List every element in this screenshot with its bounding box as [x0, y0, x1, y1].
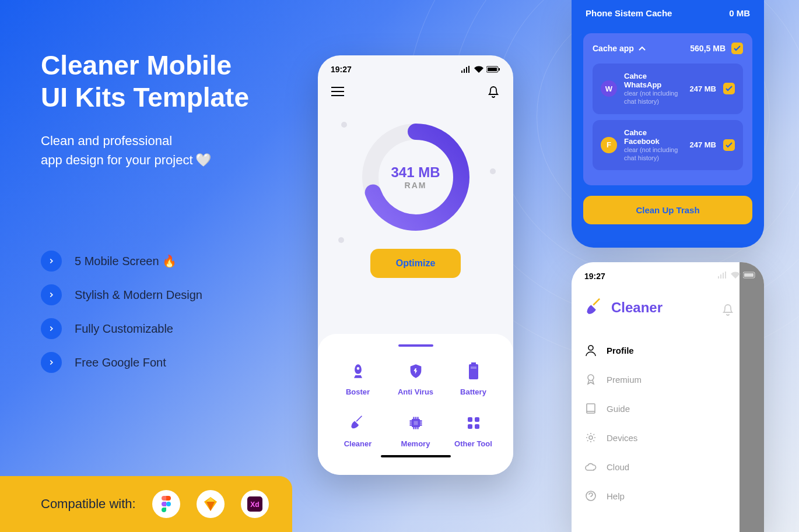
svg-rect-21 — [744, 273, 754, 277]
svg-rect-4 — [488, 68, 497, 71]
tool-other[interactable]: Other Tool — [447, 413, 499, 448]
cache-size: 0 MB — [729, 8, 750, 18]
menu-item-cloud[interactable]: Cloud — [584, 452, 727, 481]
svg-text:Xd: Xd — [250, 501, 259, 509]
checkbox-icon[interactable] — [723, 83, 735, 94]
feature-label: Free Google Font — [75, 356, 166, 369]
cache-app-header[interactable]: Cache app 560,5 MB — [593, 43, 743, 54]
cache-item-name: Cahce Facebook — [624, 128, 682, 146]
cache-item-desc: clear (not including chat history) — [624, 89, 682, 106]
brand-logo: Cleaner — [572, 286, 740, 330]
phone-cache-screen: Phone Sistem Cache 0 MB Cache app 560,5 … — [572, 0, 764, 248]
tools-panel: Boster Anti Virus Battery Cleaner Memory… — [318, 334, 513, 475]
chip-icon — [405, 413, 426, 434]
status-time: 19:27 — [584, 272, 605, 281]
bell-icon[interactable] — [722, 303, 734, 318]
chevron-right-icon — [41, 251, 62, 272]
tool-label: Other Tool — [454, 439, 492, 448]
tool-boster[interactable]: Boster — [332, 361, 384, 396]
svg-point-26 — [589, 436, 593, 439]
feature-label: 5 Mobile Screen 🔥 — [75, 254, 177, 268]
hero-title: Cleaner MobileUI Kits Template — [41, 50, 249, 114]
grid-icon — [463, 413, 484, 434]
menu-item-help[interactable]: Help — [584, 481, 727, 510]
menu-item-profile[interactable]: Profile — [584, 336, 727, 365]
optimize-button[interactable]: Optimize — [370, 249, 461, 278]
menu-label: Devices — [607, 433, 637, 443]
feature-item: Fully Customizable — [41, 318, 202, 339]
cache-app-label: Cache app — [593, 44, 634, 53]
checkbox-icon[interactable] — [723, 139, 735, 151]
compat-label: Compatible with: — [41, 496, 136, 512]
cache-app-size: 560,5 MB — [690, 44, 726, 53]
home-indicator[interactable] — [381, 455, 451, 457]
features-list: 5 Mobile Screen 🔥 Stylish & Modern Desig… — [41, 251, 202, 386]
chevron-up-icon — [639, 46, 646, 51]
cache-label: Phone Sistem Cache — [586, 8, 672, 18]
svg-rect-15 — [413, 421, 418, 425]
checkbox-icon[interactable] — [731, 43, 743, 54]
chevron-right-icon — [41, 284, 62, 305]
app-badge-icon: W — [601, 80, 617, 97]
broom-logo-icon — [584, 297, 605, 318]
gear-icon — [584, 431, 597, 444]
xd-icon: Xd — [241, 490, 269, 518]
system-cache-row[interactable]: Phone Sistem Cache 0 MB — [583, 0, 752, 26]
ram-value: 341 MB — [391, 164, 440, 181]
rocket-icon — [348, 361, 369, 382]
menu-label: Help — [607, 491, 625, 501]
cache-item-whatsapp[interactable]: W Cahce WhatsAppclear (not including cha… — [593, 64, 743, 114]
cloud-icon — [584, 460, 597, 473]
compat-bar: Compatible with: Xd — [0, 476, 292, 532]
tool-memory[interactable]: Memory — [390, 413, 441, 448]
tool-label: Cleaner — [344, 439, 372, 448]
status-icons — [461, 65, 500, 74]
broom-icon — [348, 413, 369, 434]
hero-section: Cleaner MobileUI Kits Template Clean and… — [41, 50, 249, 170]
svg-rect-11 — [471, 362, 476, 364]
chevron-right-icon — [41, 352, 62, 373]
feature-item: Free Google Font — [41, 352, 202, 373]
svg-rect-5 — [499, 68, 500, 71]
bell-icon[interactable] — [486, 84, 500, 98]
menu-icon[interactable] — [331, 84, 345, 98]
svg-point-0 — [166, 502, 171, 506]
cache-item-facebook[interactable]: F Cahce Facebookclear (not including cha… — [593, 120, 743, 171]
cache-app-card: Cache app 560,5 MB W Cahce WhatsAppclear… — [583, 33, 752, 185]
menu-item-guide[interactable]: Guide — [584, 394, 727, 423]
brand-name: Cleaner — [611, 300, 663, 316]
status-bar: 19:27 — [572, 262, 740, 286]
tool-battery[interactable]: Battery — [447, 361, 499, 396]
clean-up-button[interactable]: Clean Up Trash — [583, 196, 752, 224]
menu-label: Premium — [607, 375, 642, 385]
svg-point-22 — [588, 346, 593, 350]
svg-rect-18 — [468, 424, 472, 429]
feature-item: Stylish & Modern Design — [41, 284, 202, 305]
svg-rect-12 — [469, 364, 478, 379]
status-bar: 19:27 — [318, 55, 513, 79]
svg-rect-17 — [475, 417, 479, 422]
tool-label: Anti Virus — [398, 387, 433, 396]
user-icon — [584, 344, 597, 357]
menu-label: Cloud — [607, 462, 629, 472]
battery-icon — [463, 361, 484, 382]
menu-item-premium[interactable]: Premium — [584, 365, 727, 394]
tool-cleaner[interactable]: Cleaner — [332, 413, 384, 448]
svg-rect-13 — [471, 367, 476, 369]
drag-handle[interactable] — [398, 344, 433, 347]
cache-item-size: 247 MB — [689, 140, 716, 149]
figma-icon — [152, 490, 180, 518]
status-icons — [717, 272, 757, 279]
chevron-right-icon — [41, 318, 62, 339]
tool-antivirus[interactable]: Anti Virus — [390, 361, 441, 396]
help-icon — [584, 489, 597, 502]
tool-label: Memory — [401, 439, 430, 448]
ram-gauge: 341 MB RAM — [360, 122, 471, 232]
hero-subtitle: Clean and professionalapp design for you… — [41, 131, 249, 170]
svg-rect-16 — [468, 417, 472, 422]
menu-item-devices[interactable]: Devices — [584, 423, 727, 452]
sketch-icon — [197, 490, 225, 518]
cache-item-desc: clear (not including chat history) — [624, 146, 682, 163]
cache-item-size: 247 MB — [689, 84, 716, 93]
app-badge-icon: F — [601, 137, 617, 153]
